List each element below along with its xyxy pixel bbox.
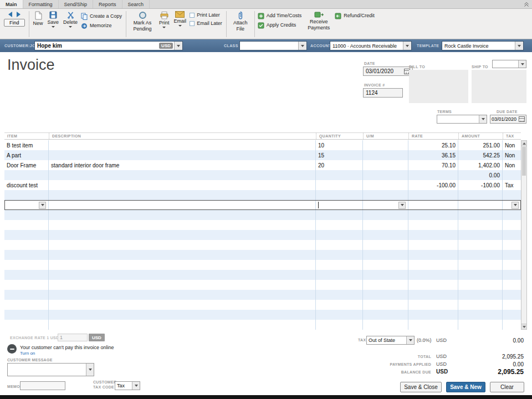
cell-description[interactable]: standard interior door frame [49,160,316,170]
cell-rate[interactable] [408,260,458,270]
dropdown-arrow-icon[interactable] [515,42,523,50]
cell-um[interactable] [363,180,408,190]
cell-description[interactable] [49,230,316,240]
print-later-checkbox[interactable]: Print Later [190,13,220,18]
create-a-copy-button[interactable]: Create a Copy [81,13,122,20]
cell-um[interactable] [363,320,408,330]
cell-description[interactable] [49,250,316,260]
cell-tax[interactable] [503,230,521,240]
cell-tax[interactable]: Non [503,140,521,150]
invoice-table-row[interactable] [4,230,521,240]
cell-quantity[interactable] [316,260,363,270]
cell-um[interactable] [363,210,408,220]
customer-message-combo[interactable] [7,363,94,376]
cell-amount[interactable]: 1,402.00 [458,160,503,170]
attach-file-button[interactable]: Attach File [228,11,253,33]
cell-quantity[interactable] [316,210,363,220]
cell-rate[interactable]: -100.00 [408,180,458,190]
cell-description[interactable] [49,320,316,330]
cell-description[interactable] [49,201,316,209]
scroll-up-button[interactable] [521,141,526,146]
cell-description[interactable] [49,310,316,320]
cell-amount[interactable]: 542.25 [458,150,503,160]
cell-amount[interactable] [458,210,503,220]
email-later-checkbox[interactable]: Email Later [190,21,222,27]
cell-rate[interactable] [408,220,458,230]
cell-amount[interactable]: 0.00 [458,170,503,180]
cell-amount[interactable] [458,320,503,330]
customer-job-combo[interactable]: Hope kim USD [34,41,183,50]
cell-description[interactable] [49,280,316,290]
dropdown-arrow-icon[interactable] [174,42,182,50]
cell-item[interactable]: A part [4,150,49,160]
invoice-table-row[interactable] [4,220,521,230]
cell-quantity[interactable] [316,180,363,190]
invoice-table-row[interactable]: 0.00 [4,170,521,180]
cell-item[interactable] [4,260,49,270]
cell-rate[interactable] [408,201,458,209]
cell-quantity[interactable] [316,320,363,330]
cell-item[interactable] [4,270,49,280]
receive-payments-button[interactable]: Receive Payments [304,11,334,32]
cell-um[interactable] [363,160,408,170]
cell-rate[interactable] [408,300,458,310]
back-arrow-icon[interactable] [8,12,12,17]
invoice-table-row[interactable] [4,320,521,330]
apply-credits-button[interactable]: Apply Credits [258,22,296,29]
cell-description[interactable] [49,190,316,200]
cell-quantity[interactable] [316,230,363,240]
save-close-button[interactable]: Save & Close [400,382,442,392]
cell-amount[interactable] [458,201,503,209]
cell-um[interactable] [363,310,408,320]
cell-rate[interactable]: 70.10 [408,160,458,170]
invoice-table-row[interactable]: A part1536.15542.25Non [4,150,521,160]
bill-to-box[interactable] [409,70,468,103]
cell-um[interactable] [363,240,408,250]
cell-um[interactable] [363,280,408,290]
due-date-field[interactable]: 03/01/2020 [490,115,526,124]
dropdown-arrow-icon[interactable] [511,202,519,209]
cell-amount[interactable] [458,250,503,260]
cell-um[interactable] [363,270,408,280]
cell-um[interactable] [363,140,408,150]
cell-quantity[interactable] [316,290,363,300]
customer-tax-code-combo[interactable]: Tax [115,381,140,390]
memorize-button[interactable]: Memorize [81,23,112,29]
invoice-table-row[interactable]: Door Framestandard interior door frame20… [4,160,521,170]
cell-quantity[interactable] [316,280,363,290]
dropdown-arrow-icon[interactable] [403,42,411,50]
tab-search[interactable]: Search [122,0,150,8]
cell-item[interactable] [4,250,49,260]
cell-rate[interactable]: 36.15 [408,150,458,160]
cell-amount[interactable] [458,300,503,310]
cell-item[interactable] [4,210,49,220]
refund-credit-button[interactable]: Refund/Credit [335,13,375,19]
cell-quantity[interactable] [316,220,363,230]
cell-tax[interactable] [503,300,521,310]
cell-tax[interactable] [503,220,521,230]
vertical-scrollbar[interactable] [521,140,527,330]
tab-formatting[interactable]: Formatting [23,0,59,8]
cell-rate[interactable] [408,270,458,280]
checkbox-icon[interactable] [190,13,195,18]
cell-item[interactable] [4,240,49,250]
cell-description[interactable] [49,240,316,250]
cell-amount[interactable] [458,190,503,200]
find-button[interactable]: Find [4,19,25,27]
invoice-table-row[interactable] [4,190,521,200]
cell-amount[interactable] [458,310,503,320]
cell-item[interactable]: discount test [4,180,49,190]
forward-arrow-icon[interactable] [17,12,21,17]
memo-input[interactable] [20,381,65,390]
cell-um[interactable] [363,150,408,160]
terms-combo[interactable] [437,115,487,124]
cell-quantity[interactable]: 20 [316,160,363,170]
cell-um[interactable] [363,220,408,230]
cell-item[interactable] [4,300,49,310]
cell-um[interactable] [363,201,408,209]
cell-tax[interactable] [503,280,521,290]
date-field[interactable]: 03/01/2020 [363,66,413,76]
cell-quantity[interactable] [316,190,363,200]
tab-send-ship[interactable]: Send/Ship [59,0,94,8]
invoice-table-row[interactable]: B test item1025.10251.00Non [4,140,521,150]
